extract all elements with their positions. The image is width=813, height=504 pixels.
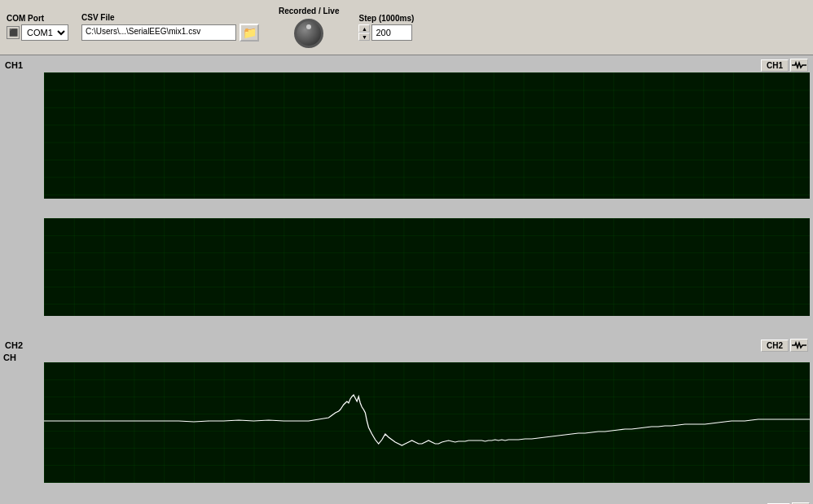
ch1-x-title: Bytes xyxy=(3,208,810,217)
step-up-button[interactable]: ▲ xyxy=(358,24,370,33)
ch1-y-labels: 1200 1000 500 0 -200 xyxy=(15,72,44,199)
ch2-badge: CH2 xyxy=(761,340,789,352)
ch2-section: CH2 CH2 CH Amplitude 1200 1000 5 xyxy=(3,339,810,504)
ch2-wave-icon[interactable] xyxy=(790,339,808,352)
ch1-svg-wrap xyxy=(44,72,810,199)
ch1-label: CH1 xyxy=(5,60,23,70)
com-port-group: COM Port ⬛ COM1 COM2 COM3 COM4 xyxy=(7,14,68,41)
ch1-wave-icon[interactable] xyxy=(790,59,808,72)
ch2-y-title: Amplitude xyxy=(3,362,15,483)
ch1-section: CH1 CH1 Amplitude 1200 1000 500 xyxy=(3,59,810,335)
folder-button[interactable]: 📁 xyxy=(240,24,259,42)
ch1-badge: CH1 xyxy=(761,59,789,72)
ch1b-y-labels: 1200 1000 500 0 -200 xyxy=(15,218,44,316)
com-port-label: COM Port xyxy=(7,14,68,23)
csv-group: CSV File C:\Users\...\SerialEEG\mix1.csv… xyxy=(81,13,259,42)
step-label: Step (1000ms) xyxy=(358,14,414,23)
top-bar: COM Port ⬛ COM1 COM2 COM3 COM4 CSV File … xyxy=(0,0,813,55)
ch1b-x-labels: 0 10 20 30 40 50 60 70 80 90 100 110 120… xyxy=(3,316,810,325)
step-spinners: ▲ ▼ xyxy=(358,24,370,41)
ch1b-x-title: Bytes xyxy=(3,326,810,334)
recorded-live-label: Recorded / Live xyxy=(279,7,339,15)
svg-rect-3 xyxy=(44,218,810,316)
step-group: Step (1000ms) ▲ ▼ xyxy=(358,14,414,41)
ch2-sub-label: CH xyxy=(3,353,16,362)
ch1b-svg-wrap xyxy=(44,218,810,316)
ch1-x-labels: 0 10 20 30 40 50 60 70 80 90 100 110 120… xyxy=(3,199,810,208)
csv-label: CSV File xyxy=(81,13,259,22)
csv-path-display: C:\Users\...\SerialEEG\mix1.csv xyxy=(81,24,236,41)
ch1-y-title: Amplitude xyxy=(3,72,15,199)
ch1b-chart: Amplitude 1200 1000 500 0 -200 xyxy=(3,218,810,334)
ch2-y-labels: 1200 1000 500 0 -200 xyxy=(15,362,44,483)
svg-rect-1 xyxy=(44,72,810,199)
toggle-knob[interactable] xyxy=(294,19,323,48)
step-down-button[interactable]: ▼ xyxy=(358,33,370,41)
ch2-svg-wrap xyxy=(44,362,810,483)
main-area: CH1 CH1 Amplitude 1200 1000 500 xyxy=(0,55,813,504)
step-input[interactable] xyxy=(371,24,412,41)
svg-rect-5 xyxy=(44,362,810,483)
ch1-chart: Amplitude 1200 1000 500 0 -200 xyxy=(3,72,810,217)
ch2-x-labels: 0 10 20 30 40 50 60 70 80 90 100 110 120… xyxy=(3,483,810,492)
ch2-label: CH2 xyxy=(5,340,23,350)
ch2-chart: Amplitude 1200 1000 500 0 -200 xyxy=(3,362,810,501)
com-port-select[interactable]: COM1 COM2 COM3 COM4 xyxy=(21,24,68,41)
ch2-x-title: Bytes xyxy=(3,493,810,501)
recorded-live-group: Recorded / Live xyxy=(279,7,339,48)
com-icon: ⬛ xyxy=(7,26,20,39)
ch1b-y-title: Amplitude xyxy=(3,218,15,316)
